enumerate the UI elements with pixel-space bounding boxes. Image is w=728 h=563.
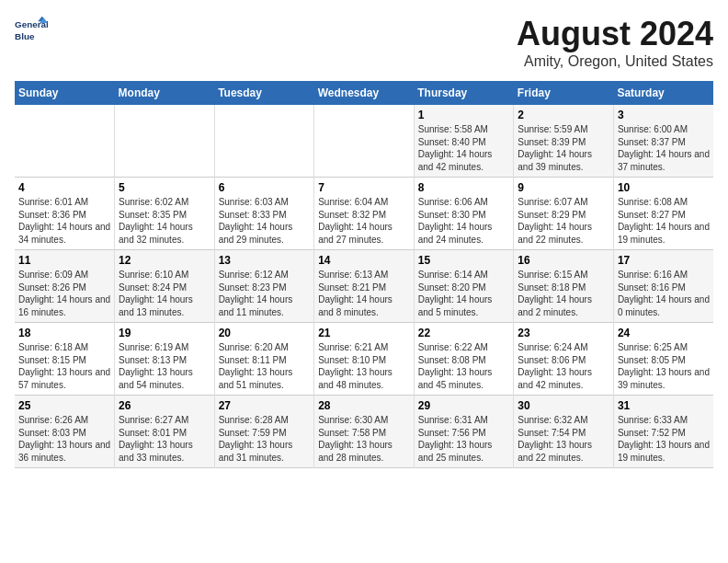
calendar-cell: 29Sunrise: 6:31 AM Sunset: 7:56 PM Dayli… bbox=[414, 396, 514, 468]
svg-text:Blue: Blue bbox=[15, 31, 35, 41]
day-info: Sunrise: 6:09 AM Sunset: 8:26 PM Dayligh… bbox=[18, 269, 110, 318]
calendar-cell: 14Sunrise: 6:13 AM Sunset: 8:21 PM Dayli… bbox=[314, 250, 415, 323]
day-number: 17 bbox=[618, 254, 710, 267]
day-info: Sunrise: 5:58 AM Sunset: 8:40 PM Dayligh… bbox=[418, 123, 510, 173]
day-number: 21 bbox=[318, 327, 410, 339]
day-number: 20 bbox=[219, 327, 311, 339]
day-of-week-sunday: Sunday bbox=[15, 81, 115, 105]
day-number: 5 bbox=[119, 181, 210, 194]
day-number: 10 bbox=[618, 181, 710, 194]
day-info: Sunrise: 6:01 AM Sunset: 8:36 PM Dayligh… bbox=[18, 196, 110, 246]
day-number: 3 bbox=[618, 109, 710, 121]
calendar-cell: 30Sunrise: 6:32 AM Sunset: 7:54 PM Dayli… bbox=[514, 396, 614, 468]
page-subtitle: Amity, Oregon, United States bbox=[517, 53, 713, 70]
calendar-cell: 7Sunrise: 6:04 AM Sunset: 8:32 PM Daylig… bbox=[314, 178, 415, 250]
calendar-cell: 4Sunrise: 6:01 AM Sunset: 8:36 PM Daylig… bbox=[15, 178, 115, 250]
day-of-week-wednesday: Wednesday bbox=[314, 81, 415, 105]
day-info: Sunrise: 6:20 AM Sunset: 8:11 PM Dayligh… bbox=[219, 341, 311, 391]
calendar-cell: 12Sunrise: 6:10 AM Sunset: 8:24 PM Dayli… bbox=[115, 250, 215, 323]
calendar-cell: 22Sunrise: 6:22 AM Sunset: 8:08 PM Dayli… bbox=[414, 323, 514, 396]
day-info: Sunrise: 6:24 AM Sunset: 8:06 PM Dayligh… bbox=[518, 341, 609, 391]
day-of-week-thursday: Thursday bbox=[414, 81, 514, 105]
calendar-cell: 27Sunrise: 6:28 AM Sunset: 7:59 PM Dayli… bbox=[214, 396, 314, 468]
day-number: 23 bbox=[518, 327, 609, 339]
calendar-cell: 16Sunrise: 6:15 AM Sunset: 8:18 PM Dayli… bbox=[514, 250, 614, 323]
day-number: 30 bbox=[518, 399, 609, 412]
day-info: Sunrise: 6:21 AM Sunset: 8:10 PM Dayligh… bbox=[318, 341, 410, 391]
calendar-cell: 2Sunrise: 5:59 AM Sunset: 8:39 PM Daylig… bbox=[514, 105, 614, 178]
day-info: Sunrise: 6:08 AM Sunset: 8:27 PM Dayligh… bbox=[618, 196, 710, 246]
calendar-cell: 15Sunrise: 6:14 AM Sunset: 8:20 PM Dayli… bbox=[414, 250, 514, 323]
calendar-cell: 5Sunrise: 6:02 AM Sunset: 8:35 PM Daylig… bbox=[115, 178, 215, 250]
calendar-cell bbox=[314, 105, 415, 178]
day-info: Sunrise: 6:04 AM Sunset: 8:32 PM Dayligh… bbox=[318, 196, 410, 246]
calendar-cell bbox=[15, 105, 115, 178]
day-info: Sunrise: 6:25 AM Sunset: 8:05 PM Dayligh… bbox=[618, 341, 710, 391]
day-info: Sunrise: 6:10 AM Sunset: 8:24 PM Dayligh… bbox=[119, 269, 210, 318]
day-number: 4 bbox=[18, 181, 110, 194]
day-info: Sunrise: 5:59 AM Sunset: 8:39 PM Dayligh… bbox=[518, 123, 609, 173]
day-info: Sunrise: 6:31 AM Sunset: 7:56 PM Dayligh… bbox=[418, 414, 510, 464]
calendar-cell: 28Sunrise: 6:30 AM Sunset: 7:58 PM Dayli… bbox=[314, 396, 415, 468]
calendar-week-row: 4Sunrise: 6:01 AM Sunset: 8:36 PM Daylig… bbox=[15, 178, 713, 250]
day-of-week-friday: Friday bbox=[514, 81, 614, 105]
calendar-cell: 1Sunrise: 5:58 AM Sunset: 8:40 PM Daylig… bbox=[414, 105, 514, 178]
calendar-cell: 26Sunrise: 6:27 AM Sunset: 8:01 PM Dayli… bbox=[115, 396, 215, 468]
day-number: 16 bbox=[518, 254, 609, 267]
calendar-cell: 9Sunrise: 6:07 AM Sunset: 8:29 PM Daylig… bbox=[514, 178, 614, 250]
day-info: Sunrise: 6:13 AM Sunset: 8:21 PM Dayligh… bbox=[318, 269, 410, 318]
day-number: 25 bbox=[18, 399, 110, 412]
day-number: 14 bbox=[318, 254, 410, 267]
calendar-cell: 17Sunrise: 6:16 AM Sunset: 8:16 PM Dayli… bbox=[613, 250, 713, 323]
calendar-cell: 13Sunrise: 6:12 AM Sunset: 8:23 PM Dayli… bbox=[214, 250, 314, 323]
day-number: 9 bbox=[518, 181, 609, 194]
day-info: Sunrise: 6:22 AM Sunset: 8:08 PM Dayligh… bbox=[418, 341, 510, 391]
day-info: Sunrise: 6:19 AM Sunset: 8:13 PM Dayligh… bbox=[119, 341, 210, 391]
calendar-cell: 21Sunrise: 6:21 AM Sunset: 8:10 PM Dayli… bbox=[314, 323, 415, 396]
day-number: 8 bbox=[418, 181, 510, 194]
day-info: Sunrise: 6:28 AM Sunset: 7:59 PM Dayligh… bbox=[219, 414, 311, 464]
day-info: Sunrise: 6:16 AM Sunset: 8:16 PM Dayligh… bbox=[618, 269, 710, 318]
calendar-cell bbox=[214, 105, 314, 178]
calendar-cell: 31Sunrise: 6:33 AM Sunset: 7:52 PM Dayli… bbox=[613, 396, 713, 468]
logo: General Blue bbox=[15, 15, 48, 48]
calendar-cell: 19Sunrise: 6:19 AM Sunset: 8:13 PM Dayli… bbox=[115, 323, 215, 396]
day-info: Sunrise: 6:18 AM Sunset: 8:15 PM Dayligh… bbox=[18, 341, 110, 391]
day-info: Sunrise: 6:00 AM Sunset: 8:37 PM Dayligh… bbox=[618, 123, 710, 173]
generalblue-logo-icon: General Blue bbox=[15, 15, 48, 48]
calendar-cell: 23Sunrise: 6:24 AM Sunset: 8:06 PM Dayli… bbox=[514, 323, 614, 396]
day-of-week-tuesday: Tuesday bbox=[214, 81, 314, 105]
calendar-cell: 10Sunrise: 6:08 AM Sunset: 8:27 PM Dayli… bbox=[613, 178, 713, 250]
day-number: 24 bbox=[618, 327, 710, 339]
day-of-week-saturday: Saturday bbox=[613, 81, 713, 105]
day-info: Sunrise: 6:14 AM Sunset: 8:20 PM Dayligh… bbox=[418, 269, 510, 318]
calendar-cell bbox=[115, 105, 215, 178]
day-number: 18 bbox=[18, 327, 110, 339]
day-number: 13 bbox=[219, 254, 311, 267]
day-number: 7 bbox=[318, 181, 410, 194]
calendar-cell: 3Sunrise: 6:00 AM Sunset: 8:37 PM Daylig… bbox=[613, 105, 713, 178]
calendar-cell: 20Sunrise: 6:20 AM Sunset: 8:11 PM Dayli… bbox=[214, 323, 314, 396]
calendar-header-row: SundayMondayTuesdayWednesdayThursdayFrid… bbox=[15, 81, 713, 105]
page-title: August 2024 bbox=[517, 15, 713, 53]
calendar-cell: 8Sunrise: 6:06 AM Sunset: 8:30 PM Daylig… bbox=[414, 178, 514, 250]
calendar-week-row: 18Sunrise: 6:18 AM Sunset: 8:15 PM Dayli… bbox=[15, 323, 713, 396]
day-number: 29 bbox=[418, 399, 510, 412]
day-number: 15 bbox=[418, 254, 510, 267]
day-info: Sunrise: 6:30 AM Sunset: 7:58 PM Dayligh… bbox=[318, 414, 410, 464]
day-info: Sunrise: 6:27 AM Sunset: 8:01 PM Dayligh… bbox=[119, 414, 210, 464]
day-info: Sunrise: 6:03 AM Sunset: 8:33 PM Dayligh… bbox=[219, 196, 311, 246]
page-header: General Blue August 2024 Amity, Oregon, … bbox=[15, 15, 713, 70]
day-info: Sunrise: 6:06 AM Sunset: 8:30 PM Dayligh… bbox=[418, 196, 510, 246]
day-number: 27 bbox=[219, 399, 311, 412]
calendar-week-row: 1Sunrise: 5:58 AM Sunset: 8:40 PM Daylig… bbox=[15, 105, 713, 178]
day-number: 26 bbox=[119, 399, 210, 412]
day-info: Sunrise: 6:12 AM Sunset: 8:23 PM Dayligh… bbox=[219, 269, 311, 318]
day-number: 11 bbox=[18, 254, 110, 267]
day-info: Sunrise: 6:02 AM Sunset: 8:35 PM Dayligh… bbox=[119, 196, 210, 246]
calendar-cell: 25Sunrise: 6:26 AM Sunset: 8:03 PM Dayli… bbox=[15, 396, 115, 468]
calendar-table: SundayMondayTuesdayWednesdayThursdayFrid… bbox=[15, 81, 713, 468]
calendar-cell: 11Sunrise: 6:09 AM Sunset: 8:26 PM Dayli… bbox=[15, 250, 115, 323]
day-of-week-monday: Monday bbox=[115, 81, 215, 105]
day-number: 1 bbox=[418, 109, 510, 121]
